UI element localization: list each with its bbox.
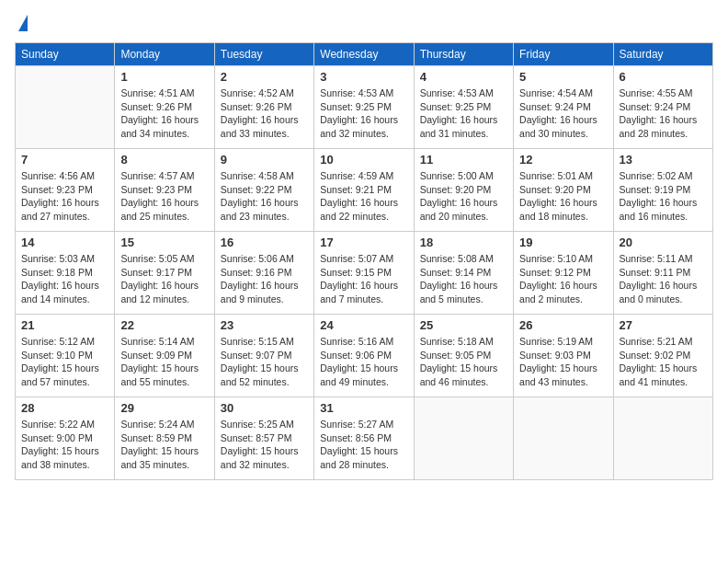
day-number: 22 [120,318,208,332]
day-info: Sunrise: 5:19 AMSunset: 9:03 PMDaylight:… [519,335,607,389]
column-header-thursday: Thursday [414,43,513,66]
day-cell-30: 30Sunrise: 5:25 AMSunset: 8:57 PMDayligh… [214,397,313,480]
day-info: Sunrise: 5:07 AMSunset: 9:15 PMDaylight:… [320,252,407,306]
day-info: Sunrise: 5:01 AMSunset: 9:20 PMDaylight:… [519,169,607,224]
day-cell-2: 2Sunrise: 4:52 AMSunset: 9:26 PMDaylight… [214,66,313,149]
day-number: 29 [120,401,208,415]
day-cell-19: 19Sunrise: 5:10 AMSunset: 9:12 PMDayligh… [514,232,613,315]
day-info: Sunrise: 5:10 AMSunset: 9:12 PMDaylight:… [519,252,607,306]
day-cell-9: 9Sunrise: 4:58 AMSunset: 9:22 PMDaylight… [214,149,313,232]
day-info: Sunrise: 4:54 AMSunset: 9:24 PMDaylight:… [519,86,607,141]
day-number: 3 [320,70,407,84]
day-cell-18: 18Sunrise: 5:08 AMSunset: 9:14 PMDayligh… [414,232,513,315]
day-info: Sunrise: 4:58 AMSunset: 9:22 PMDaylight:… [221,169,308,224]
empty-cell [613,397,712,480]
day-cell-22: 22Sunrise: 5:14 AMSunset: 9:09 PMDayligh… [115,315,214,397]
day-cell-12: 12Sunrise: 5:01 AMSunset: 9:20 PMDayligh… [514,149,613,232]
column-header-monday: Monday [115,43,214,66]
day-cell-26: 26Sunrise: 5:19 AMSunset: 9:03 PMDayligh… [514,315,613,397]
day-cell-14: 14Sunrise: 5:03 AMSunset: 9:18 PMDayligh… [16,232,115,315]
day-number: 27 [620,318,707,332]
day-info: Sunrise: 5:21 AMSunset: 9:02 PMDaylight:… [620,335,707,389]
day-number: 21 [21,318,108,332]
day-number: 28 [21,401,108,415]
day-cell-25: 25Sunrise: 5:18 AMSunset: 9:05 PMDayligh… [414,315,513,397]
day-number: 25 [420,318,507,332]
day-cell-17: 17Sunrise: 5:07 AMSunset: 9:15 PMDayligh… [314,232,414,315]
day-cell-23: 23Sunrise: 5:15 AMSunset: 9:07 PMDayligh… [214,315,313,397]
day-number: 11 [420,153,507,167]
day-number: 19 [519,236,607,249]
day-cell-3: 3Sunrise: 4:53 AMSunset: 9:25 PMDaylight… [314,66,414,149]
day-cell-16: 16Sunrise: 5:06 AMSunset: 9:16 PMDayligh… [214,232,313,315]
day-info: Sunrise: 5:14 AMSunset: 9:09 PMDaylight:… [120,335,208,389]
day-info: Sunrise: 5:25 AMSunset: 8:57 PMDaylight:… [221,418,308,472]
logo-triangle-icon [18,15,28,31]
page-header [15,15,713,31]
day-info: Sunrise: 4:57 AMSunset: 9:23 PMDaylight:… [120,169,208,224]
day-info: Sunrise: 5:06 AMSunset: 9:16 PMDaylight:… [221,252,308,306]
day-number: 30 [221,401,308,415]
day-info: Sunrise: 4:51 AMSunset: 9:26 PMDaylight:… [120,86,208,141]
day-number: 10 [320,153,407,167]
empty-cell [514,397,613,480]
day-cell-20: 20Sunrise: 5:11 AMSunset: 9:11 PMDayligh… [613,232,712,315]
day-cell-21: 21Sunrise: 5:12 AMSunset: 9:10 PMDayligh… [16,315,115,397]
column-header-friday: Friday [514,43,613,66]
day-info: Sunrise: 4:59 AMSunset: 9:21 PMDaylight:… [320,169,407,224]
day-cell-28: 28Sunrise: 5:22 AMSunset: 9:00 PMDayligh… [16,397,115,480]
calendar-table: SundayMondayTuesdayWednesdayThursdayFrid… [15,42,713,480]
day-info: Sunrise: 4:55 AMSunset: 9:24 PMDaylight:… [620,86,707,141]
day-number: 6 [620,70,707,84]
empty-cell [16,66,115,149]
day-number: 2 [221,70,308,84]
day-number: 26 [519,318,607,332]
column-header-sunday: Sunday [16,43,115,66]
day-number: 4 [420,70,507,84]
column-header-saturday: Saturday [613,43,712,66]
day-cell-1: 1Sunrise: 4:51 AMSunset: 9:26 PMDaylight… [115,66,214,149]
day-cell-6: 6Sunrise: 4:55 AMSunset: 9:24 PMDaylight… [613,66,712,149]
empty-cell [414,397,513,480]
day-cell-8: 8Sunrise: 4:57 AMSunset: 9:23 PMDaylight… [115,149,214,232]
day-info: Sunrise: 4:53 AMSunset: 9:25 PMDaylight:… [320,86,407,141]
day-cell-5: 5Sunrise: 4:54 AMSunset: 9:24 PMDaylight… [514,66,613,149]
day-info: Sunrise: 5:03 AMSunset: 9:18 PMDaylight:… [21,252,108,306]
day-info: Sunrise: 5:18 AMSunset: 9:05 PMDaylight:… [420,335,507,389]
day-number: 9 [221,153,308,167]
calendar-header-row: SundayMondayTuesdayWednesdayThursdayFrid… [16,43,713,66]
day-number: 17 [320,236,407,249]
day-info: Sunrise: 4:56 AMSunset: 9:23 PMDaylight:… [21,169,108,224]
day-info: Sunrise: 5:16 AMSunset: 9:06 PMDaylight:… [320,335,407,389]
day-number: 24 [320,318,407,332]
day-number: 18 [420,236,507,249]
day-cell-29: 29Sunrise: 5:24 AMSunset: 8:59 PMDayligh… [115,397,214,480]
day-info: Sunrise: 4:53 AMSunset: 9:25 PMDaylight:… [420,86,507,141]
column-header-tuesday: Tuesday [214,43,313,66]
day-number: 20 [620,236,707,249]
day-cell-24: 24Sunrise: 5:16 AMSunset: 9:06 PMDayligh… [314,315,414,397]
day-cell-4: 4Sunrise: 4:53 AMSunset: 9:25 PMDaylight… [414,66,513,149]
day-cell-15: 15Sunrise: 5:05 AMSunset: 9:17 PMDayligh… [115,232,214,315]
logo [15,15,28,31]
day-info: Sunrise: 5:02 AMSunset: 9:19 PMDaylight:… [620,169,707,224]
day-info: Sunrise: 5:24 AMSunset: 8:59 PMDaylight:… [120,418,208,472]
day-info: Sunrise: 5:08 AMSunset: 9:14 PMDaylight:… [420,252,507,306]
day-number: 5 [519,70,607,84]
day-number: 8 [120,153,208,167]
day-cell-27: 27Sunrise: 5:21 AMSunset: 9:02 PMDayligh… [613,315,712,397]
week-row-3: 14Sunrise: 5:03 AMSunset: 9:18 PMDayligh… [16,232,713,315]
day-info: Sunrise: 5:12 AMSunset: 9:10 PMDaylight:… [21,335,108,389]
day-number: 13 [620,153,707,167]
day-info: Sunrise: 5:05 AMSunset: 9:17 PMDaylight:… [120,252,208,306]
day-cell-13: 13Sunrise: 5:02 AMSunset: 9:19 PMDayligh… [613,149,712,232]
day-info: Sunrise: 4:52 AMSunset: 9:26 PMDaylight:… [221,86,308,141]
week-row-4: 21Sunrise: 5:12 AMSunset: 9:10 PMDayligh… [16,315,713,397]
day-cell-11: 11Sunrise: 5:00 AMSunset: 9:20 PMDayligh… [414,149,513,232]
day-number: 15 [120,236,208,249]
day-number: 12 [519,153,607,167]
day-info: Sunrise: 5:11 AMSunset: 9:11 PMDaylight:… [620,252,707,306]
day-number: 14 [21,236,108,249]
week-row-1: 1Sunrise: 4:51 AMSunset: 9:26 PMDaylight… [16,66,713,149]
day-cell-31: 31Sunrise: 5:27 AMSunset: 8:56 PMDayligh… [314,397,414,480]
